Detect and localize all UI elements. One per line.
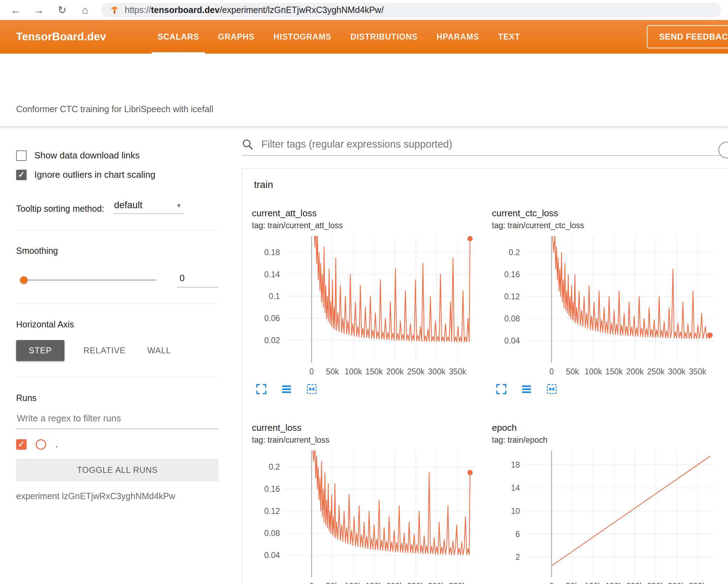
run-row: ✓ . bbox=[16, 439, 219, 450]
chart-canvas[interactable]: 0.020.060.10.140.18050k100k150k200k250k3… bbox=[251, 231, 481, 378]
chart-current-ctc-loss: current_ctc_loss tag: train/current_ctc_… bbox=[491, 199, 721, 395]
chart-canvas[interactable]: 0.040.080.120.160.2050k100k150k200k250k3… bbox=[491, 231, 721, 378]
chart-tag: tag: train/current_loss bbox=[252, 435, 481, 445]
svg-text:0.2: 0.2 bbox=[509, 248, 520, 257]
check-icon: ✓ bbox=[18, 170, 25, 179]
ignore-outliers-label: Ignore outliers in chart scaling bbox=[34, 169, 155, 180]
svg-text:100k: 100k bbox=[584, 582, 602, 584]
show-download-checkbox[interactable] bbox=[16, 150, 27, 161]
svg-text:350k: 350k bbox=[689, 367, 706, 376]
fit-domain-icon[interactable] bbox=[306, 383, 318, 395]
svg-text:50k: 50k bbox=[326, 582, 339, 584]
ignore-outliers-checkbox[interactable]: ✓ bbox=[16, 170, 27, 180]
settings-sidebar: Show data download links ✓ Ignore outlie… bbox=[0, 126, 231, 584]
svg-text:150k: 150k bbox=[365, 582, 383, 584]
svg-text:0: 0 bbox=[309, 582, 314, 584]
smoothing-slider[interactable] bbox=[24, 279, 157, 281]
tooltip-sorting-row: Tooltip sorting method: default ▾ bbox=[16, 200, 219, 214]
svg-text:100k: 100k bbox=[344, 367, 362, 376]
svg-text:250k: 250k bbox=[407, 582, 425, 584]
check-icon: ✓ bbox=[18, 440, 25, 449]
toggle-all-runs-button[interactable]: TOGGLE ALL RUNS bbox=[16, 459, 219, 481]
show-download-label: Show data download links bbox=[34, 150, 140, 161]
svg-text:0.04: 0.04 bbox=[504, 336, 520, 345]
charts-grid: current_att_loss tag: train/current_att_… bbox=[242, 199, 728, 584]
nav-tabs: SCALARS GRAPHS HISTOGRAMS DISTRIBUTIONS … bbox=[148, 20, 529, 54]
fullscreen-icon[interactable] bbox=[495, 383, 507, 395]
svg-text:250k: 250k bbox=[407, 367, 425, 376]
svg-text:200k: 200k bbox=[626, 367, 644, 376]
svg-text:10: 10 bbox=[511, 507, 520, 516]
url-scheme: https:// bbox=[125, 5, 151, 15]
ignore-outliers-row: ✓ Ignore outliers in chart scaling bbox=[16, 169, 219, 180]
svg-text:200k: 200k bbox=[626, 582, 644, 584]
url-text: https://tensorboard.dev/experiment/lzGnE… bbox=[125, 5, 384, 15]
url-bar[interactable]: https://tensorboard.dev/experiment/lzGnE… bbox=[102, 3, 721, 17]
tag-group-title: train bbox=[242, 169, 728, 192]
svg-text:200k: 200k bbox=[386, 367, 404, 376]
svg-text:200k: 200k bbox=[386, 582, 404, 584]
chart-current-loss: current_loss tag: train/current_loss 0.0… bbox=[251, 413, 481, 584]
reload-icon[interactable]: ↻ bbox=[55, 4, 69, 16]
svg-text:250k: 250k bbox=[647, 367, 665, 376]
run-name: . bbox=[55, 439, 58, 450]
svg-text:6: 6 bbox=[515, 530, 520, 539]
tag-filter-input[interactable] bbox=[261, 138, 720, 150]
svg-text:50k: 50k bbox=[566, 367, 579, 376]
tab-hparams[interactable]: HPARAMS bbox=[427, 20, 489, 54]
toggle-runs-icon[interactable] bbox=[521, 383, 533, 395]
chart-tag: tag: train/current_att_loss bbox=[252, 221, 481, 230]
run-color-swatch[interactable] bbox=[36, 439, 46, 450]
smoothing-slider-row: 0 bbox=[16, 273, 219, 287]
axis-step-button[interactable]: STEP bbox=[16, 340, 64, 361]
search-icon bbox=[242, 138, 254, 150]
chart-canvas[interactable]: 26101418050k100k150k200k250k300k350k bbox=[491, 446, 721, 584]
tab-histograms[interactable]: HISTOGRAMS bbox=[264, 20, 341, 54]
horizontal-axis-label: Horizontal Axis bbox=[16, 319, 219, 330]
brand-title: TensorBoard.dev bbox=[16, 30, 106, 43]
svg-text:0.1: 0.1 bbox=[269, 292, 280, 301]
tab-distributions[interactable]: DISTRIBUTIONS bbox=[341, 20, 427, 54]
axis-relative-button[interactable]: RELATIVE bbox=[81, 340, 129, 361]
chart-toolbar bbox=[255, 383, 481, 395]
fit-domain-icon[interactable] bbox=[546, 383, 558, 395]
chevron-down-icon: ▾ bbox=[177, 201, 180, 210]
home-icon[interactable]: ⌂ bbox=[78, 4, 92, 16]
svg-text:18: 18 bbox=[511, 460, 520, 469]
chart-title: current_loss bbox=[252, 422, 481, 433]
experiment-title-band: Conformer CTC training for LibriSpeech w… bbox=[0, 54, 728, 126]
fullscreen-icon[interactable] bbox=[255, 383, 267, 395]
svg-text:50k: 50k bbox=[566, 582, 579, 584]
tooltip-sorting-select[interactable]: default ▾ bbox=[114, 200, 183, 214]
svg-text:100k: 100k bbox=[344, 582, 362, 584]
forward-icon[interactable]: → bbox=[32, 4, 46, 16]
back-icon[interactable]: ← bbox=[9, 4, 22, 16]
svg-text:0.08: 0.08 bbox=[264, 529, 280, 538]
tab-graphs[interactable]: GRAPHS bbox=[208, 20, 264, 54]
svg-text:0.08: 0.08 bbox=[504, 314, 520, 323]
svg-text:0: 0 bbox=[549, 367, 554, 376]
tab-scalars[interactable]: SCALARS bbox=[148, 20, 208, 54]
chart-title: current_ctc_loss bbox=[492, 208, 721, 219]
axis-wall-button[interactable]: WALL bbox=[145, 340, 174, 361]
svg-text:300k: 300k bbox=[668, 582, 686, 584]
svg-text:0.16: 0.16 bbox=[264, 484, 280, 494]
send-feedback-button[interactable]: SEND FEEDBACK bbox=[647, 25, 728, 48]
chart-epoch: epoch tag: train/epoch 26101418050k100k1… bbox=[491, 413, 721, 584]
settings-icon[interactable] bbox=[718, 142, 728, 158]
runs-filter-input[interactable] bbox=[16, 411, 219, 429]
svg-text:0: 0 bbox=[549, 582, 554, 584]
svg-text:300k: 300k bbox=[428, 582, 446, 584]
smoothing-value-field[interactable]: 0 bbox=[177, 273, 219, 287]
run-checkbox[interactable]: ✓ bbox=[16, 439, 27, 450]
url-domain: tensorboard.dev bbox=[151, 5, 220, 15]
smoothing-label: Smoothing bbox=[16, 246, 219, 256]
svg-text:0.2: 0.2 bbox=[269, 462, 280, 471]
divider bbox=[16, 230, 219, 230]
svg-text:300k: 300k bbox=[428, 367, 446, 376]
tab-text[interactable]: TEXT bbox=[489, 20, 530, 54]
browser-toolbar: ← → ↻ ⌂ https://tensorboard.dev/experime… bbox=[0, 0, 728, 20]
toggle-runs-icon[interactable] bbox=[281, 383, 293, 395]
chart-canvas[interactable]: 0.040.080.120.160.2050k100k150k200k250k3… bbox=[251, 446, 481, 584]
slider-thumb[interactable] bbox=[20, 276, 28, 284]
